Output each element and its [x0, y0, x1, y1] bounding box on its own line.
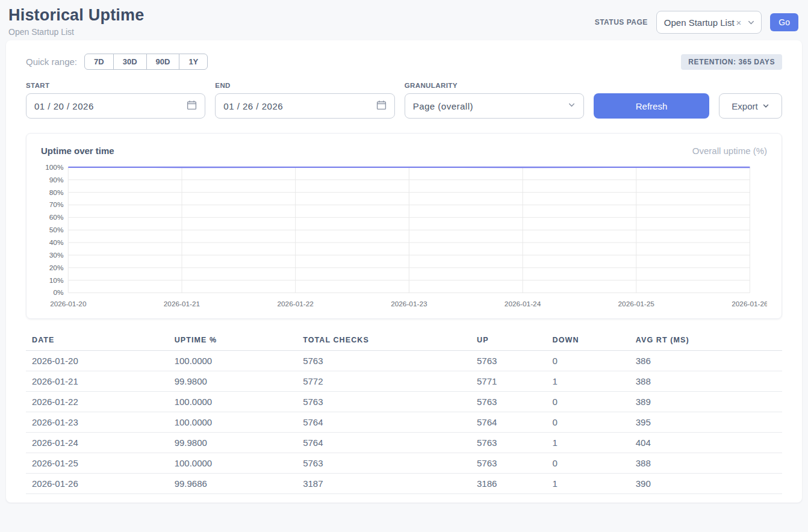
refresh-button[interactable]: Refresh	[594, 93, 709, 119]
export-label: Export	[732, 101, 757, 111]
column-header: DATE	[26, 332, 170, 351]
column-header: UPTIME %	[170, 332, 299, 351]
granularity-field: GRANULARITY Page (overall)	[405, 82, 584, 119]
status-page-label: STATUS PAGE	[595, 18, 648, 26]
page-title: Historical Uptime	[8, 6, 144, 25]
chevron-down-icon	[568, 101, 576, 111]
svg-text:20%: 20%	[49, 264, 64, 272]
table-body: 2026-01-20100.00005763576303862026-01-21…	[26, 351, 782, 494]
svg-text:30%: 30%	[49, 251, 64, 259]
column-header: AVG RT (MS)	[631, 332, 782, 351]
quick-range-1y[interactable]: 1Y	[179, 54, 208, 70]
granularity-value: Page (overall)	[413, 101, 473, 111]
calendar-icon[interactable]	[376, 100, 387, 113]
quick-range-30d[interactable]: 30D	[113, 54, 147, 70]
chart-header: Uptime over time Overall uptime (%)	[41, 146, 767, 156]
table-row: 2026-01-2199.9800577257711388	[26, 371, 782, 392]
column-header: UP	[472, 332, 548, 351]
table-row: 2026-01-20100.0000576357630386	[26, 351, 782, 371]
end-label: END	[215, 82, 394, 89]
quick-range-label: Quick range:	[26, 57, 77, 67]
chart-legend: Overall uptime (%)	[692, 146, 767, 156]
clear-icon[interactable]: ×	[736, 17, 742, 28]
quick-range-7d[interactable]: 7D	[84, 54, 114, 70]
calendar-icon[interactable]	[187, 100, 197, 113]
table-row: 2026-01-2699.9686318731861390	[26, 474, 782, 494]
svg-text:100%: 100%	[45, 163, 64, 172]
start-date-value: 01 / 20 / 2026	[34, 101, 94, 111]
svg-text:2026-01-20: 2026-01-20	[50, 300, 87, 308]
quick-range-row: Quick range: 7D30D90D1Y RETENTION: 365 D…	[26, 54, 782, 70]
status-page-select[interactable]: Open Startup List ×	[656, 11, 762, 34]
svg-text:2026-01-21: 2026-01-21	[164, 300, 200, 308]
page-header: Historical Uptime Open Startup List STAT…	[0, 0, 808, 40]
start-date-input[interactable]: 01 / 20 / 2026	[26, 93, 205, 119]
chart-title: Uptime over time	[41, 146, 114, 156]
column-header: DOWN	[548, 332, 631, 351]
controls-row: START 01 / 20 / 2026 END 01 / 26 / 2026 …	[26, 82, 782, 119]
header-right: STATUS PAGE Open Startup List × Go	[595, 11, 798, 34]
start-label: START	[26, 82, 205, 89]
svg-text:2026-01-23: 2026-01-23	[391, 300, 427, 308]
svg-text:50%: 50%	[49, 226, 64, 234]
end-date-value: 01 / 26 / 2026	[223, 101, 283, 111]
svg-text:80%: 80%	[49, 188, 64, 197]
table-row: 2026-01-22100.0000576357630389	[26, 392, 782, 412]
retention-badge: RETENTION: 365 DAYS	[681, 54, 782, 70]
uptime-table: DATEUPTIME %TOTAL CHECKSUPDOWNAVG RT (MS…	[26, 332, 782, 494]
svg-text:70%: 70%	[49, 200, 64, 209]
table-row: 2026-01-25100.0000576357630388	[26, 453, 782, 474]
quick-range-group: 7D30D90D1Y	[84, 54, 208, 70]
export-button[interactable]: Export	[719, 93, 782, 119]
chevron-down-icon	[762, 101, 769, 111]
start-field: START 01 / 20 / 2026	[26, 82, 205, 119]
uptime-chart: 0%10%20%30%40%50%60%70%80%90%100%2026-01…	[41, 162, 767, 310]
table-row: 2026-01-2499.9800576457631404	[26, 433, 782, 453]
svg-text:2026-01-22: 2026-01-22	[278, 300, 314, 308]
svg-text:60%: 60%	[49, 213, 64, 221]
granularity-select[interactable]: Page (overall)	[405, 93, 584, 119]
svg-text:40%: 40%	[49, 238, 64, 247]
quick-range-90d[interactable]: 90D	[146, 54, 180, 70]
svg-text:2026-01-24: 2026-01-24	[505, 300, 541, 308]
svg-text:2026-01-25: 2026-01-25	[618, 300, 655, 308]
table-header-row: DATEUPTIME %TOTAL CHECKSUPDOWNAVG RT (MS…	[26, 332, 782, 351]
page-subtitle: Open Startup List	[8, 27, 144, 37]
status-page-value: Open Startup List	[664, 17, 735, 28]
svg-text:2026-01-26: 2026-01-26	[732, 300, 767, 308]
title-block: Historical Uptime Open Startup List	[8, 6, 144, 37]
svg-text:90%: 90%	[49, 176, 64, 184]
go-button[interactable]: Go	[770, 13, 798, 31]
end-field: END 01 / 26 / 2026	[215, 82, 394, 119]
chart-card: Uptime over time Overall uptime (%) 0%10…	[26, 133, 782, 319]
main-panel: Quick range: 7D30D90D1Y RETENTION: 365 D…	[6, 40, 802, 503]
end-date-input[interactable]: 01 / 26 / 2026	[215, 93, 394, 119]
svg-text:0%: 0%	[53, 288, 64, 297]
chevron-down-icon	[747, 19, 755, 26]
table-row: 2026-01-23100.0000576457640395	[26, 412, 782, 433]
svg-text:10%: 10%	[49, 276, 64, 285]
column-header: TOTAL CHECKS	[298, 332, 472, 351]
granularity-label: GRANULARITY	[405, 82, 584, 89]
